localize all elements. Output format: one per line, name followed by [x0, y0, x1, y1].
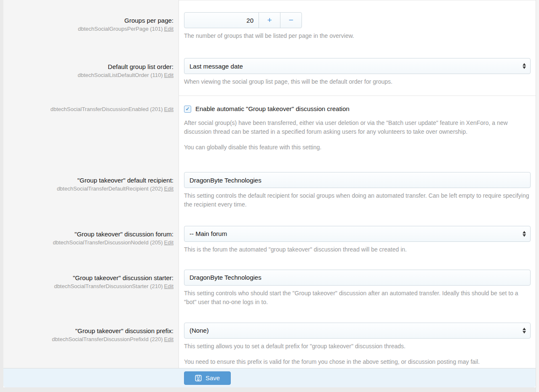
- increment-button[interactable]: +: [259, 13, 280, 28]
- setting-label: "Group takeover" discussion starter:: [8, 273, 173, 282]
- setting-control-cell: -- Main forum This is the forum the auto…: [179, 217, 536, 261]
- setting-control-cell: This setting controls the default recipi…: [179, 164, 536, 217]
- setting-hint: This setting controls who should start t…: [184, 289, 531, 307]
- setting-hint: When viewing the social group list page,…: [184, 77, 531, 86]
- setting-hint: This is the forum the automated "group t…: [184, 245, 531, 254]
- setting-label-cell: "Group takeover" discussion forum: dbtec…: [3, 217, 179, 261]
- setting-meta-text: dbtechSocialListDefaultOrder (110): [78, 72, 163, 78]
- checkbox-label: Enable automatic "Group takeover" discus…: [195, 104, 350, 114]
- discussion-prefix-select[interactable]: (None): [184, 323, 531, 339]
- setting-label-cell: Groups per page: dbtechSocialGroupsPerPa…: [3, 0, 179, 50]
- setting-label-cell: Default group list order: dbtechSocialLi…: [3, 50, 179, 95]
- edit-link[interactable]: Edit: [164, 283, 173, 289]
- setting-control-cell: ✓ Enable automatic "Group takeover" disc…: [179, 95, 536, 164]
- setting-hint: The number of groups that will be listed…: [184, 32, 531, 40]
- edit-link[interactable]: Edit: [164, 336, 173, 342]
- setting-hint: You need to ensure this prefix is valid …: [184, 358, 531, 366]
- setting-meta: dbtechSocialListDefaultOrder (110)Edit: [8, 71, 173, 79]
- select-value: -- Main forum: [189, 230, 227, 237]
- edit-link[interactable]: Edit: [164, 185, 173, 192]
- select-value: Last message date: [189, 63, 243, 70]
- checkbox-checked-icon[interactable]: ✓: [184, 106, 191, 113]
- setting-meta: dbtechSocialTransferDiscussionStarter (2…: [8, 282, 173, 290]
- setting-meta: dbtechSocialTransferDefaultRecipient (20…: [8, 185, 173, 193]
- setting-hint: After social group(s) have been transfer…: [184, 119, 531, 136]
- setting-meta: dbtechSocialTransferDiscussionNodeId (20…: [8, 238, 173, 246]
- select-value: (None): [189, 327, 209, 334]
- default-recipient-input[interactable]: [184, 172, 531, 188]
- setting-meta-text: dbtechSocialGroupsPerPage (101): [78, 26, 163, 32]
- transfer-enabled-checkbox[interactable]: ✓ Enable automatic "Group takeover" disc…: [184, 104, 531, 114]
- save-button[interactable]: Save: [184, 371, 231, 385]
- setting-meta: dbtechSocialGroupsPerPage (101)Edit: [8, 25, 173, 33]
- setting-label-cell: dbtechSocialTransferDiscussionEnabled (2…: [3, 95, 179, 164]
- setting-label: "Group takeover" discussion prefix:: [8, 326, 173, 335]
- setting-meta: dbtechSocialTransferDiscussionPrefixId (…: [8, 335, 173, 343]
- setting-meta-text: dbtechSocialTransferDiscussionEnabled (2…: [51, 106, 163, 112]
- setting-label: "Group takeover" discussion forum:: [8, 230, 173, 238]
- setting-label: Default group list order:: [8, 62, 173, 71]
- setting-hint: You can globally disable this feature wi…: [184, 143, 531, 152]
- setting-control-cell: + − The number of groups that will be li…: [179, 0, 536, 50]
- groups-per-page-input[interactable]: [184, 13, 259, 28]
- settings-grid: Groups per page: dbtechSocialGroupsPerPa…: [3, 0, 536, 368]
- setting-label: Groups per page:: [8, 16, 173, 25]
- discussion-forum-select[interactable]: -- Main forum: [184, 226, 531, 242]
- setting-meta: dbtechSocialTransferDiscussionEnabled (2…: [8, 105, 173, 113]
- save-bar: Save: [3, 368, 536, 387]
- setting-meta-text: dbtechSocialTransferDiscussionPrefixId (…: [52, 336, 163, 342]
- save-icon: [195, 375, 202, 381]
- groups-per-page-stepper: + −: [184, 12, 302, 28]
- edit-link[interactable]: Edit: [164, 239, 173, 246]
- save-button-label: Save: [205, 374, 220, 381]
- setting-meta-text: dbtechSocialTransferDefaultRecipient (20…: [57, 185, 163, 192]
- setting-hint: This setting allows you to set a default…: [184, 342, 531, 351]
- edit-link[interactable]: Edit: [164, 106, 173, 112]
- setting-control-cell: This setting controls who should start t…: [179, 261, 536, 314]
- decrement-button[interactable]: −: [280, 13, 302, 28]
- setting-label-cell: "Group takeover" discussion starter: dbt…: [3, 261, 179, 314]
- setting-meta-text: dbtechSocialTransferDiscussionNodeId (20…: [53, 239, 163, 246]
- setting-label-cell: "Group takeover" default recipient: dbte…: [3, 164, 179, 217]
- setting-meta-text: dbtechSocialTransferDiscussionStarter (2…: [54, 283, 163, 289]
- edit-link[interactable]: Edit: [164, 72, 173, 78]
- discussion-starter-input[interactable]: [184, 270, 531, 286]
- setting-control-cell: (None) This setting allows you to set a …: [179, 314, 536, 368]
- setting-hint: This setting controls the default recipi…: [184, 191, 531, 209]
- updown-arrows-icon: [523, 328, 526, 334]
- setting-label-cell: "Group takeover" discussion prefix: dbte…: [3, 314, 179, 368]
- updown-arrows-icon: [523, 63, 526, 69]
- scrollbar-track[interactable]: [536, 0, 539, 392]
- updown-arrows-icon: [523, 231, 526, 237]
- edit-link[interactable]: Edit: [164, 26, 173, 32]
- default-order-select[interactable]: Last message date: [184, 58, 531, 74]
- settings-panel: Groups per page: dbtechSocialGroupsPerPa…: [3, 0, 536, 387]
- setting-control-cell: Last message date When viewing the socia…: [179, 50, 536, 95]
- setting-label: "Group takeover" default recipient:: [8, 176, 173, 185]
